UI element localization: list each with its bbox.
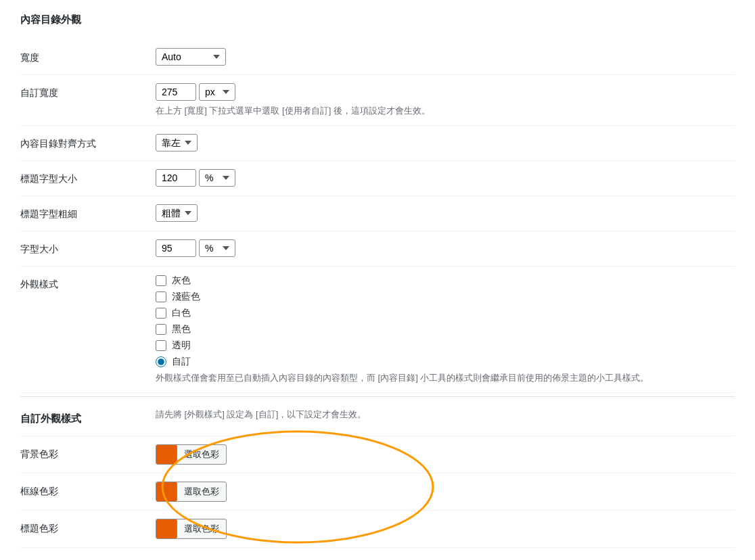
appearance-custom[interactable]: 自訂 [156,356,735,368]
custom-appearance-desc-text: 請先將 [外觀樣式] 設定為 [自訂]，以下設定才會生效。 [156,409,366,419]
border-color-btn-label: 選取色彩 [177,483,226,500]
appearance-white-label: 白色 [172,307,191,319]
section-divider [20,396,735,397]
heading-color-label: 標題色彩 [20,511,156,548]
checkbox-transparent[interactable] [156,340,166,351]
width-select[interactable]: Auto 使用者自訂 [156,48,226,66]
custom-width-hint: 在上方 [寬度] 下拉式選單中選取 [使用者自訂] 後，這項設定才會生效。 [156,105,735,117]
appearance-style-hint: 外觀樣式僅會套用至已自動插入內容目錄的內容類型，而 [內容目錄] 小工具的樣式則… [156,372,735,384]
page-wrapper: 內容目錄外觀 寬度 Auto 使用者自訂 自訂寬度 [20,14,735,548]
custom-appearance-section: 自訂外觀樣式 請先將 [外觀樣式] 設定為 [自訂]，以下設定才會生效。 背景色… [20,400,735,548]
custom-width-field: px % em 在上方 [寬度] 下拉式選單中選取 [使用者自訂] 後，這項設定… [156,75,735,126]
custom-appearance-title: 自訂外觀樣式 [20,400,156,436]
checkbox-white[interactable] [156,308,166,319]
custom-appearance-title-text: 自訂外觀樣式 [20,413,81,424]
custom-width-input[interactable] [156,83,196,101]
radio-custom[interactable] [156,356,166,367]
custom-width-label: 自訂寬度 [20,75,156,126]
appearance-light-blue-label: 淺藍色 [172,291,200,303]
appearance-transparent-label: 透明 [172,340,191,352]
toc-align-field: 靠左 置中 靠右 [156,126,735,161]
appearance-black[interactable]: 黑色 [156,323,735,335]
custom-appearance-header-row: 自訂外觀樣式 請先將 [外觀樣式] 設定為 [自訂]，以下設定才會生效。 [20,400,735,436]
appearance-transparent[interactable]: 透明 [156,340,735,352]
toc-align-select[interactable]: 靠左 置中 靠右 [156,134,198,151]
custom-appearance-table: 自訂外觀樣式 請先將 [外觀樣式] 設定為 [自訂]，以下設定才會生效。 背景色… [20,400,735,548]
border-color-row: 框線色彩 選取色彩 [20,473,735,511]
bg-color-btn-label: 選取色彩 [177,446,226,463]
font-size-row: 字型大小 % px em [20,231,735,266]
heading-font-size-input[interactable] [156,169,196,187]
appearance-style-row: 外觀樣式 灰色 淺藍色 白色 [20,266,735,393]
appearance-grey[interactable]: 灰色 [156,275,735,287]
appearance-custom-label: 自訂 [172,356,191,368]
checkbox-black[interactable] [156,324,166,335]
border-color-row-inner: 選取色彩 [156,482,735,502]
bg-color-label: 背景色彩 [20,436,156,473]
width-label: 寬度 [20,40,156,75]
appearance-style-group: 灰色 淺藍色 白色 黑色 [156,275,735,368]
heading-font-weight-field: 粗體 一般 細體 [156,196,735,231]
bg-color-field: 選取色彩 [156,436,735,473]
custom-width-input-group: px % em [156,83,735,101]
checkbox-light-blue[interactable] [156,291,166,302]
font-size-label: 字型大小 [20,231,156,266]
heading-font-size-unit[interactable]: % px em [199,169,235,187]
border-color-button[interactable]: 選取色彩 [156,482,227,502]
heading-font-weight-label: 標題字型粗細 [20,196,156,231]
heading-font-weight-select[interactable]: 粗體 一般 細體 [156,204,198,222]
bg-color-swatch [156,445,177,464]
heading-color-field: 選取色彩 [156,511,735,548]
appearance-light-blue[interactable]: 淺藍色 [156,291,735,303]
heading-font-size-group: % px em [156,169,735,187]
heading-color-button[interactable]: 選取色彩 [156,519,227,539]
width-field: Auto 使用者自訂 [156,40,735,75]
width-row: 寬度 Auto 使用者自訂 [20,40,735,75]
bg-color-row: 背景色彩 選取色彩 [20,436,735,473]
appearance-style-label: 外觀樣式 [20,266,156,393]
bg-color-row-inner: 選取色彩 [156,444,735,465]
toc-align-row: 內容目錄對齊方式 靠左 置中 靠右 [20,126,735,161]
font-size-input[interactable] [156,239,196,257]
heading-color-btn-label: 選取色彩 [177,520,226,538]
heading-color-row-inner: 選取色彩 [156,519,735,539]
checkbox-grey[interactable] [156,275,166,286]
bg-color-button[interactable]: 選取色彩 [156,444,227,465]
appearance-style-field: 灰色 淺藍色 白色 黑色 [156,266,735,393]
font-size-field: % px em [156,231,735,266]
border-color-field: 選取色彩 [156,473,735,511]
custom-width-row: 自訂寬度 px % em 在上方 [寬度] 下拉式選單中選取 [使用者自訂] 後… [20,75,735,126]
appearance-white[interactable]: 白色 [156,307,735,319]
border-color-label: 框線色彩 [20,473,156,511]
custom-width-unit-select[interactable]: px % em [199,83,235,101]
appearance-black-label: 黑色 [172,323,191,335]
heading-font-size-row: 標題字型大小 % px em [20,161,735,196]
border-color-swatch [156,482,177,501]
font-size-group: % px em [156,239,735,257]
heading-color-swatch [156,519,177,538]
appearance-grey-label: 灰色 [172,275,191,287]
custom-appearance-desc: 請先將 [外觀樣式] 設定為 [自訂]，以下設定才會生效。 [156,400,735,436]
toc-align-label: 內容目錄對齊方式 [20,126,156,161]
section-title: 內容目錄外觀 [20,14,735,33]
heading-font-size-label: 標題字型大小 [20,161,156,196]
form-table: 寬度 Auto 使用者自訂 自訂寬度 px % [20,40,735,393]
heading-font-weight-row: 標題字型粗細 粗體 一般 細體 [20,196,735,231]
heading-color-row: 標題色彩 選取色彩 [20,511,735,548]
font-size-unit[interactable]: % px em [199,239,235,257]
heading-font-size-field: % px em [156,161,735,196]
